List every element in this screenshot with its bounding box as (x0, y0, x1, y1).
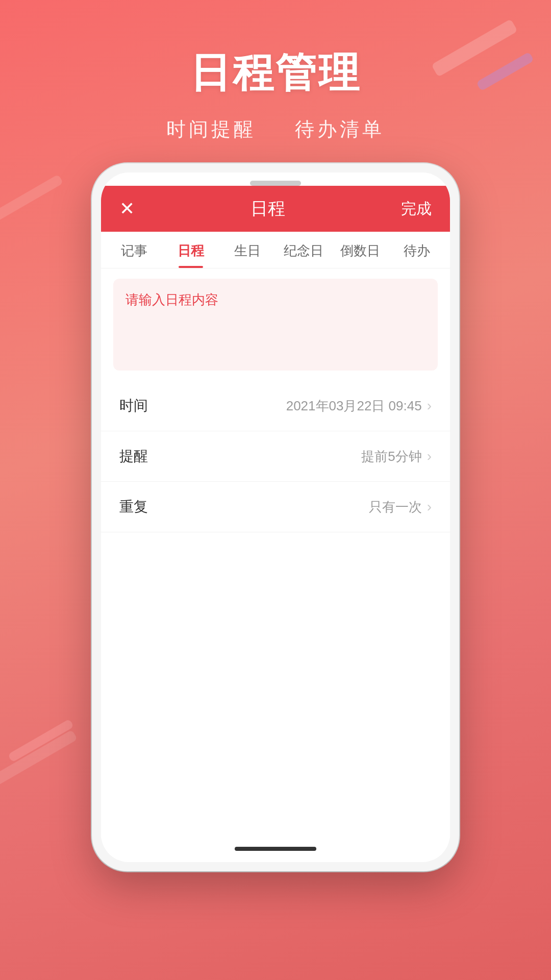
repeat-setting-row[interactable]: 重复 只有一次 › (101, 482, 450, 532)
phone-outer: ✕ 日程 完成 记事 日程 生日 纪念日 (92, 163, 459, 871)
app-bottom-space (101, 532, 450, 839)
page-header: 日程管理 时间提醒 待办清单 (0, 0, 551, 163)
settings-section: 时间 2021年03月22日 09:45 › 提醒 提前5分钟 › (101, 381, 450, 532)
time-chevron-icon: › (427, 398, 432, 414)
app-header: ✕ 日程 完成 (101, 186, 450, 232)
done-button[interactable]: 完成 (401, 199, 432, 219)
tab-countdown[interactable]: 倒数日 (332, 232, 389, 268)
deco-stripe-3 (0, 729, 78, 790)
reminder-right: 提前5分钟 › (361, 448, 432, 465)
phone-mockup: ✕ 日程 完成 记事 日程 生日 纪念日 (92, 163, 459, 871)
repeat-value: 只有一次 (369, 498, 422, 516)
phone-speaker (101, 173, 450, 186)
time-value: 2021年03月22日 09:45 (286, 397, 422, 415)
deco-stripe-4 (8, 719, 74, 763)
deco-stripe-5 (0, 174, 63, 224)
tab-birthday[interactable]: 生日 (219, 232, 276, 268)
time-label: 时间 (119, 396, 148, 415)
tab-notes[interactable]: 记事 (106, 232, 163, 268)
app-container: ✕ 日程 完成 记事 日程 生日 纪念日 (101, 186, 450, 839)
time-setting-row[interactable]: 时间 2021年03月22日 09:45 › (101, 381, 450, 431)
reminder-label: 提醒 (119, 447, 148, 466)
speaker-bar (250, 181, 301, 186)
schedule-input-area[interactable]: 请输入日程内容 (113, 279, 438, 371)
repeat-right: 只有一次 › (369, 498, 432, 516)
tab-anniversary[interactable]: 纪念日 (276, 232, 332, 268)
reminder-value: 提前5分钟 (361, 448, 421, 465)
tab-schedule[interactable]: 日程 (163, 232, 219, 268)
tab-bar: 记事 日程 生日 纪念日 倒数日 待办 (101, 232, 450, 268)
repeat-label: 重复 (119, 497, 148, 517)
schedule-input-placeholder: 请输入日程内容 (126, 291, 425, 309)
reminder-setting-row[interactable]: 提醒 提前5分钟 › (101, 431, 450, 482)
subtitle-left: 时间提醒 (166, 118, 256, 140)
phone-inner: ✕ 日程 完成 记事 日程 生日 纪念日 (101, 173, 450, 862)
home-indicator (101, 839, 450, 862)
home-bar (235, 847, 316, 851)
time-right: 2021年03月22日 09:45 › (286, 397, 432, 415)
reminder-chevron-icon: › (427, 448, 432, 464)
close-button[interactable]: ✕ (119, 200, 135, 218)
app-header-title: 日程 (251, 197, 285, 220)
page-subtitle: 时间提醒 待办清单 (0, 116, 551, 142)
tab-todo[interactable]: 待办 (388, 232, 445, 268)
subtitle-right: 待办清单 (295, 118, 385, 140)
repeat-chevron-icon: › (427, 499, 432, 515)
page-title: 日程管理 (0, 46, 551, 101)
